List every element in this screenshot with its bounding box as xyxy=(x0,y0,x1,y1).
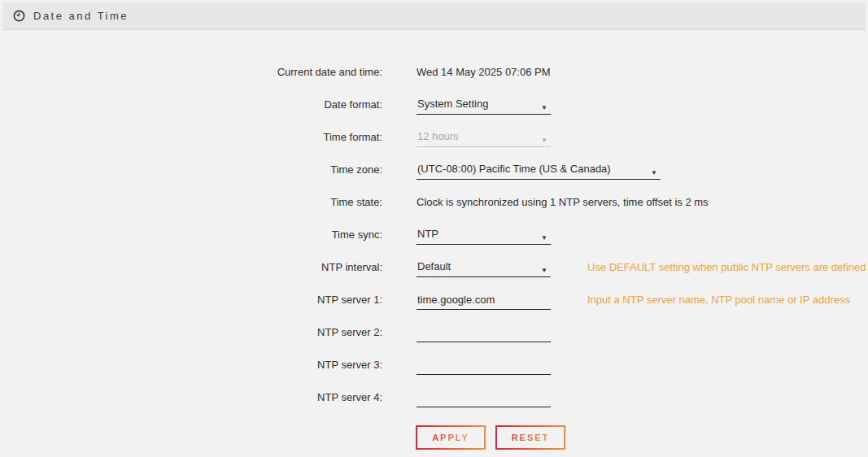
ntp-server-1-hint: Input a NTP server name, NTP pool name o… xyxy=(587,287,850,306)
time-state-value: Clock is synchronized using 1 NTP server… xyxy=(417,189,709,208)
ntp-server-4-label: NTP server 4: xyxy=(0,385,382,403)
time-zone-select[interactable]: (UTC-08:00) Pacific Time (US & Canada) ▼ xyxy=(417,157,661,180)
ntp-server-2-input[interactable] xyxy=(417,320,551,342)
current-datetime-value: Wed 14 May 2025 07:06 PM xyxy=(417,59,551,78)
time-zone-label: Time zone: xyxy=(0,157,382,176)
time-format-label: Time format: xyxy=(0,124,382,143)
date-format-select[interactable]: System Setting ▼ xyxy=(417,92,551,115)
ntp-interval-label: NTP interval: xyxy=(0,255,382,273)
ntp-server-3-label: NTP server 3: xyxy=(0,352,382,371)
reset-button[interactable]: RESET xyxy=(495,425,565,450)
row-ntp-server-2: NTP server 2: xyxy=(0,320,868,352)
time-state-label: Time state: xyxy=(0,189,382,208)
clock-icon xyxy=(13,10,25,22)
ntp-server-3-input[interactable] xyxy=(417,352,551,375)
current-datetime-label: Current date and time: xyxy=(0,59,382,78)
chevron-down-icon: ▼ xyxy=(541,102,547,115)
page-title: Date and Time xyxy=(33,10,129,22)
ntp-interval-select[interactable]: Default ▼ xyxy=(417,255,551,277)
row-ntp-interval: NTP interval: Default ▼ Use DEFAULT sett… xyxy=(0,255,868,287)
row-date-format: Date format: System Setting ▼ xyxy=(0,92,868,124)
date-time-form: Current date and time: Wed 14 May 2025 0… xyxy=(0,30,868,450)
apply-button-label: APPLY xyxy=(432,433,469,442)
chevron-down-icon: ▼ xyxy=(651,167,657,180)
row-time-zone: Time zone: (UTC-08:00) Pacific Time (US … xyxy=(0,157,868,189)
ntp-server-1-input[interactable] xyxy=(417,287,551,310)
row-ntp-server-3: NTP server 3: xyxy=(0,352,868,385)
date-format-selected-value: System Setting xyxy=(417,98,488,110)
page-header: Date and Time xyxy=(2,2,866,30)
row-time-state: Time state: Clock is synchronized using … xyxy=(0,189,868,222)
chevron-down-icon: ▼ xyxy=(541,264,547,277)
ntp-server-2-label: NTP server 2: xyxy=(0,320,382,338)
reset-button-label: RESET xyxy=(512,433,550,442)
date-format-label: Date format: xyxy=(0,92,382,111)
row-time-format: Time format: 12 hours ▼ xyxy=(0,124,868,157)
row-current-datetime: Current date and time: Wed 14 May 2025 0… xyxy=(0,59,868,92)
row-time-sync: Time sync: NTP ▼ xyxy=(0,222,868,255)
chevron-down-icon: ▼ xyxy=(541,232,547,245)
time-sync-select[interactable]: NTP ▼ xyxy=(417,222,551,245)
ntp-server-4-input[interactable] xyxy=(417,385,551,407)
time-format-select: 12 hours ▼ xyxy=(417,124,551,147)
row-ntp-server-4: NTP server 4: xyxy=(0,385,868,417)
row-ntp-server-1: NTP server 1: Input a NTP server name, N… xyxy=(0,287,868,320)
form-actions: APPLY RESET xyxy=(0,425,868,450)
apply-button[interactable]: APPLY xyxy=(416,425,486,450)
ntp-interval-hint: Use DEFAULT setting when public NTP serv… xyxy=(587,255,866,273)
time-format-selected-value: 12 hours xyxy=(417,130,459,142)
time-sync-label: Time sync: xyxy=(0,222,382,241)
time-sync-selected-value: NTP xyxy=(417,228,438,240)
chevron-down-icon: ▼ xyxy=(541,134,547,147)
ntp-server-1-label: NTP server 1: xyxy=(0,287,382,306)
time-zone-selected-value: (UTC-08:00) Pacific Time (US & Canada) xyxy=(417,163,611,175)
ntp-interval-selected-value: Default xyxy=(417,260,451,272)
